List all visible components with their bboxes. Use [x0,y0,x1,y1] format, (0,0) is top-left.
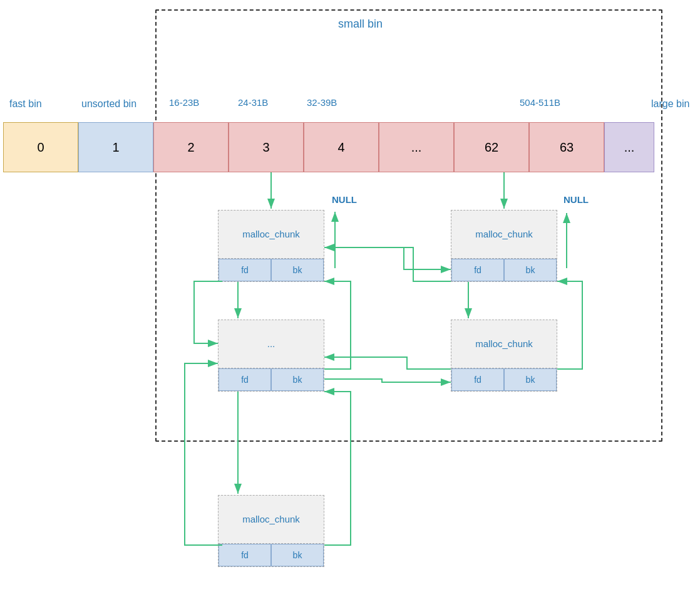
chunk-1-bk: bk [271,259,324,281]
null-label-1: NULL [332,194,357,205]
large-bin-label: large bin [651,98,689,110]
fast-bin-label: fast bin [9,98,42,110]
chunk-1-fd: fd [219,259,271,281]
bin-2: 2 [153,122,229,172]
chunk-3-label: malloc_chunk [451,211,557,258]
chunk-5-label: malloc_chunk [219,496,324,543]
bin-1: 1 [78,122,153,172]
bin-4: 4 [304,122,379,172]
size-label-2: 24-31B [238,97,268,108]
bin-large: ... [604,122,654,172]
bin-3: 3 [229,122,304,172]
size-label-3: 32-39B [307,97,337,108]
chunk-4-fdbd: fd bk [451,368,557,391]
chunk-4-box: malloc_chunk fd bk [451,320,557,392]
bin-dots1: ... [379,122,454,172]
chunk-2-bk: bk [271,368,324,391]
chunk-2-label: ... [219,320,324,367]
chunk-4-label: malloc_chunk [451,320,557,367]
chunk-5-bk: bk [271,544,324,566]
chunk-1-box: malloc_chunk fd bk [218,210,324,282]
bins-row: 0 1 2 3 4 ... 62 63 ... [3,122,654,172]
chunk-4-fd: fd [451,368,504,391]
chunk-5-box: malloc_chunk fd bk [218,495,324,567]
chunk-3-box: malloc_chunk fd bk [451,210,557,282]
chunk-4-bk: bk [504,368,557,391]
chunk-2-box: ... fd bk [218,320,324,392]
chunk-2-fd: fd [219,368,271,391]
chunk-3-bk: bk [504,259,557,281]
chunk-3-fd: fd [451,259,504,281]
unsorted-bin-label: unsorted bin [81,98,136,110]
chunk-3-fdbd: fd bk [451,258,557,281]
chunk-2-fdbd: fd bk [219,368,324,391]
bin-62: 62 [454,122,529,172]
chunk-1-fdbd: fd bk [219,258,324,281]
small-bin-label: small bin [338,18,383,31]
bin-63: 63 [529,122,604,172]
chunk-1-label: malloc_chunk [219,211,324,258]
size-label-4: 504-511B [520,97,560,108]
null-label-2: NULL [564,194,589,205]
chunk-5-fdbd: fd bk [219,543,324,566]
bin-0: 0 [3,122,78,172]
diagram: small bin fast bin unsorted bin large bi… [0,0,700,609]
chunk-5-fd: fd [219,544,271,566]
size-label-1: 16-23B [169,97,199,108]
